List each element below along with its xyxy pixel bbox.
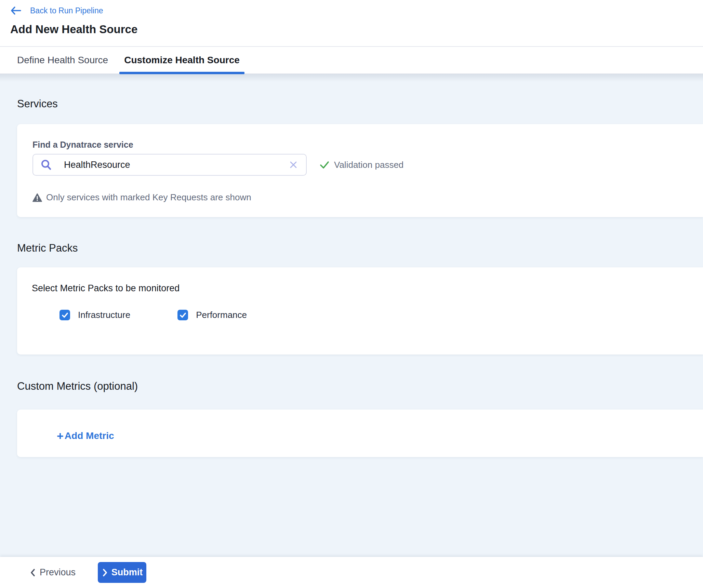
metric-packs-options: Infrastructure Performance [59, 310, 703, 320]
add-metric-button[interactable]: + Add Metric [57, 430, 114, 441]
submit-label: Submit [111, 567, 143, 578]
add-metric-label: Add Metric [65, 430, 114, 441]
tab-define-health-source[interactable]: Define Health Source [12, 47, 113, 74]
search-row: Validation passed [32, 154, 703, 176]
search-field-label: Find a Dynatrace service [32, 124, 703, 149]
back-row: Back to Run Pipeline [10, 0, 703, 16]
services-card: Find a Dynatrace service [17, 124, 703, 217]
validation-status: Validation passed [319, 160, 403, 170]
warning-triangle-icon [32, 193, 42, 202]
close-icon[interactable] [289, 160, 298, 169]
checkbox-label: Infrastructure [78, 310, 130, 320]
service-search-box [32, 154, 307, 176]
checkbox-performance[interactable]: Performance [177, 310, 247, 320]
arrow-left-icon[interactable] [10, 6, 21, 15]
metric-packs-heading: Metric Packs [17, 242, 703, 255]
checkbox-checked-icon[interactable] [59, 310, 70, 320]
tab-customize-health-source[interactable]: Customize Health Source [119, 47, 244, 74]
previous-button[interactable]: Previous [29, 567, 76, 578]
custom-metrics-card: + Add Metric [17, 410, 703, 457]
metric-packs-card: Select Metric Packs to be monitored Infr… [17, 267, 703, 355]
services-heading: Services [17, 97, 703, 110]
page-title: Add New Health Source [10, 23, 703, 36]
warning-text: Only services with marked Key Requests a… [46, 192, 251, 203]
plus-icon: + [57, 431, 64, 441]
search-icon [40, 159, 52, 171]
back-to-run-pipeline-link[interactable]: Back to Run Pipeline [30, 6, 103, 15]
custom-metrics-heading: Custom Metrics (optional) [17, 380, 703, 393]
main-content: Services Find a Dynatrace service [0, 74, 703, 557]
chevron-left-icon [29, 567, 37, 578]
tab-bar: Define Health Source Customize Health So… [0, 47, 703, 74]
previous-label: Previous [40, 567, 76, 578]
service-search-input[interactable] [64, 160, 289, 170]
check-icon [319, 160, 330, 170]
page-header: Back to Run Pipeline Add New Health Sour… [0, 0, 703, 74]
footer-bar: Previous Submit [0, 557, 703, 588]
chevron-right-icon [102, 568, 108, 577]
checkbox-label: Performance [196, 310, 247, 320]
checkbox-infrastructure[interactable]: Infrastructure [59, 310, 130, 320]
checkbox-checked-icon[interactable] [177, 310, 188, 320]
metric-packs-subtitle: Select Metric Packs to be monitored [32, 267, 703, 294]
validation-text: Validation passed [334, 160, 403, 170]
warning-row: Only services with marked Key Requests a… [32, 192, 703, 203]
submit-button[interactable]: Submit [98, 562, 146, 583]
